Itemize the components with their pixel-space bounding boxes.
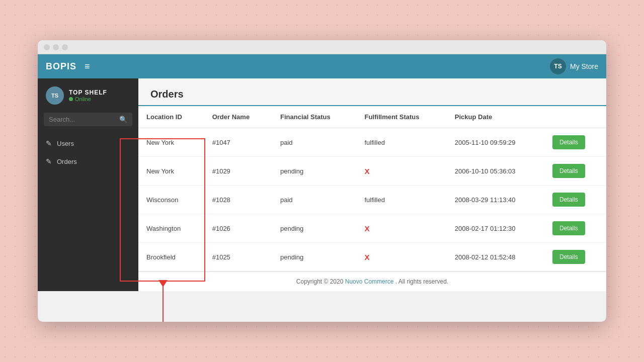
orders-table: Location ID Order Name Financial Status … [138,106,606,272]
cell-actions: Details [544,214,606,243]
cell-order-name: #1029 [204,157,272,186]
col-pickup-date: Pickup Date [447,106,544,128]
top-nav-right: TS My Store [550,58,598,74]
sidebar-search[interactable]: 🔍 [44,113,132,126]
cell-fulfillment-status: X [356,243,446,272]
browser-dot-yellow [53,44,59,50]
footer-text: Copyright © 2020 [296,278,345,285]
table-header: Location ID Order Name Financial Status … [138,106,606,128]
cell-financial-status: paid [272,128,356,157]
content-area: Orders Location ID Order Name Financial … [138,78,606,291]
cell-location: Washington [138,214,204,243]
sidebar-status: Online [69,96,107,102]
cell-pickup-date: 2008-02-12 01:52:48 [447,243,544,272]
cell-actions: Details [544,157,606,186]
table-row: Brookfield#1025pendingX2008-02-12 01:52:… [138,243,606,272]
cell-pickup-date: 2008-02-17 01:12:30 [447,214,544,243]
top-nav-left: BOPIS ≡ [46,61,90,72]
cell-fulfillment-status: X [356,214,446,243]
browser-dot-green [62,44,68,50]
sidebar-profile: TS TOP SHELF Online [38,86,138,113]
col-actions [544,106,606,128]
hamburger-icon[interactable]: ≡ [85,61,90,72]
cell-location: Wisconson [138,186,204,214]
col-fulfillment-status: Fulfillment Status [356,106,446,128]
table-row: Washington#1026pendingX2008-02-17 01:12:… [138,214,606,243]
cell-order-name: #1026 [204,214,272,243]
cell-financial-status: pending [272,214,356,243]
table-row: Wisconson#1028paidfulfilled2008-03-29 11… [138,186,606,214]
table-wrapper: Location ID Order Name Financial Status … [138,106,606,272]
cell-financial-status: paid [272,186,356,214]
search-icon: 🔍 [119,116,127,123]
details-button[interactable]: Details [552,250,585,264]
orders-tbody: New York#1047paidfulfilled2005-11-10 09:… [138,128,606,272]
table-row: New York#1047paidfulfilled2005-11-10 09:… [138,128,606,157]
status-x-icon: X [364,167,369,175]
cell-fulfillment-status: X [356,157,446,186]
sidebar-store-info: TOP SHELF Online [69,89,107,102]
cell-pickup-date: 2008-03-29 11:13:40 [447,186,544,214]
details-button[interactable]: Details [552,164,585,178]
details-button[interactable]: Details [552,221,585,235]
store-name-label: My Store [570,62,598,70]
col-financial-status: Financial Status [272,106,356,128]
cell-pickup-date: 2005-11-10 09:59:29 [447,128,544,157]
sidebar: TS TOP SHELF Online 🔍 ✎ Users [38,78,138,291]
page-header: Orders [138,78,606,106]
cell-order-name: #1047 [204,128,272,157]
cell-location: New York [138,128,204,157]
users-icon: ✎ [46,139,52,147]
browser-dot-red [44,44,50,50]
cell-actions: Details [544,243,606,272]
cell-pickup-date: 2006-10-10 05:36:03 [447,157,544,186]
sidebar-store-name: TOP SHELF [69,89,107,96]
table-row: New York#1029pendingX2006-10-10 05:36:03… [138,157,606,186]
cell-fulfillment-status: fulfilled [356,128,446,157]
col-order-name: Order Name [204,106,272,128]
sidebar-item-orders[interactable]: ✎ Orders [38,152,138,170]
cell-order-name: #1025 [204,243,272,272]
sidebar-avatar: TS [46,86,64,105]
cell-financial-status: pending [272,157,356,186]
cell-fulfillment-status: fulfilled [356,186,446,214]
col-location-id: Location ID [138,106,204,128]
page-title: Orders [150,88,594,100]
avatar: TS [550,58,566,74]
search-input[interactable] [49,116,116,123]
cell-actions: Details [544,186,606,214]
status-dot [69,97,73,101]
main-layout: TS TOP SHELF Online 🔍 ✎ Users [38,78,606,291]
details-button[interactable]: Details [552,193,585,207]
app-title: BOPIS [46,61,76,72]
status-x-icon: X [364,253,369,261]
orders-icon: ✎ [46,157,52,165]
sidebar-item-users-label: Users [57,140,74,147]
sidebar-item-orders-label: Orders [57,158,77,165]
footer-text-end: . All rights reserved. [395,278,448,285]
cell-location: New York [138,157,204,186]
footer-link[interactable]: Nuovo Commerce [345,278,394,285]
cell-financial-status: pending [272,243,356,272]
details-button[interactable]: Details [552,135,585,149]
sidebar-item-users[interactable]: ✎ Users [38,134,138,152]
top-nav: BOPIS ≡ TS My Store [38,54,606,78]
cell-location: Brookfield [138,243,204,272]
footer: Copyright © 2020 Nuovo Commerce . All ri… [138,272,606,291]
status-x-icon: X [364,224,369,233]
browser-titlebar [38,40,606,54]
cell-order-name: #1028 [204,186,272,214]
status-text: Online [75,96,91,102]
cell-actions: Details [544,128,606,157]
